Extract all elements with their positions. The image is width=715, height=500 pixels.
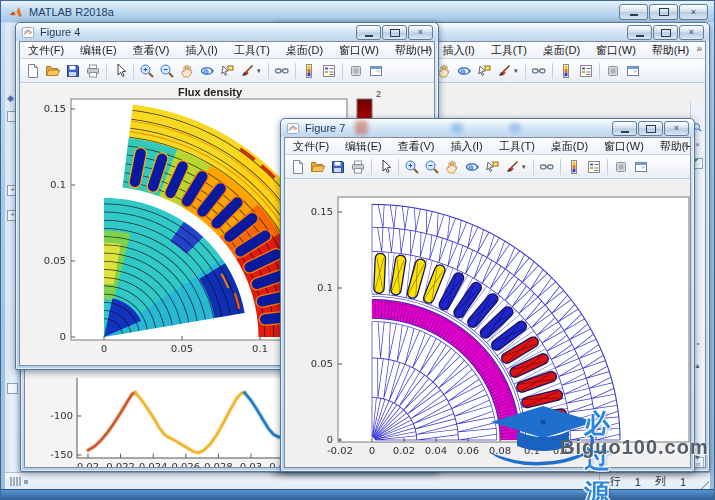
insert-legend-icon[interactable]: [576, 62, 596, 80]
cursor-icon[interactable]: [110, 62, 130, 80]
menu-item-0[interactable]: 文件(F): [20, 42, 72, 58]
menu-item-3[interactable]: 插入(I): [177, 42, 225, 58]
insert-colorbar-icon[interactable]: [299, 62, 319, 80]
menu-overflow-chevron[interactable]: »: [696, 43, 702, 54]
panel-icon[interactable]: [7, 383, 18, 394]
menu-item-4[interactable]: 工具(T): [226, 42, 278, 58]
rotate-3d-icon[interactable]: [462, 158, 482, 176]
menu-overflow-chevron[interactable]: »: [681, 139, 687, 150]
menu-item-5[interactable]: 桌面(D): [278, 42, 331, 58]
glass-smudge: [355, 120, 368, 135]
menu-item-4[interactable]: 工具(T): [483, 42, 535, 58]
dock-small-icon[interactable]: [603, 62, 623, 80]
link-plots-icon[interactable]: [272, 62, 292, 80]
insert-colorbar-icon[interactable]: [564, 158, 584, 176]
zoom-out-icon[interactable]: [422, 158, 442, 176]
toolbar-separator: [552, 63, 553, 79]
screen: MATLAB R2018a × ◆ + + 行 1 列 1: [0, 0, 715, 500]
figure7-titlebar[interactable]: Figure 7 ×: [281, 119, 694, 137]
brush-icon[interactable]: [237, 62, 257, 80]
brush-icon[interactable]: [494, 62, 514, 80]
dock-figure-icon[interactable]: [631, 158, 651, 176]
main-minimize-button[interactable]: [619, 4, 648, 20]
menu-item-0[interactable]: 文件(F): [285, 138, 337, 154]
menu-item-2[interactable]: 查看(V): [390, 138, 443, 154]
figure-window-icon: [286, 122, 300, 135]
open-icon[interactable]: [308, 158, 328, 176]
pan-icon[interactable]: [177, 62, 197, 80]
figure4-maximize-button[interactable]: [382, 25, 407, 40]
menu-item-5[interactable]: 桌面(D): [543, 138, 596, 154]
menu-item-6[interactable]: 窗口(W): [331, 42, 387, 58]
insert-colorbar-icon[interactable]: [556, 62, 576, 80]
toolbar-separator: [106, 63, 107, 79]
menu-item-6[interactable]: 窗口(W): [596, 138, 652, 154]
menu-item-3[interactable]: 插入(I): [434, 42, 482, 58]
menu-item-3[interactable]: 插入(I): [442, 138, 490, 154]
figure7-maximize-button[interactable]: [638, 121, 663, 136]
main-close-button[interactable]: ×: [679, 4, 708, 20]
link-plots-icon[interactable]: [529, 62, 549, 80]
dock-figure-icon[interactable]: [366, 62, 386, 80]
data-cursor-icon[interactable]: [217, 62, 237, 80]
bg-minimize-button[interactable]: [627, 25, 652, 40]
print-icon[interactable]: [83, 62, 103, 80]
save-icon[interactable]: [63, 62, 83, 80]
figure4-minimize-button[interactable]: [356, 25, 381, 40]
dock-figure-icon[interactable]: [623, 62, 643, 80]
data-cursor-icon[interactable]: [474, 62, 494, 80]
open-icon[interactable]: [43, 62, 63, 80]
matlab-titlebar[interactable]: MATLAB R2018a ×: [1, 1, 714, 22]
shortcut-diamond-icon[interactable]: ◆: [7, 93, 14, 103]
brush-icon[interactable]: [502, 158, 522, 176]
brush-dropdown-caret[interactable]: ▾: [514, 67, 522, 75]
bg-close-button[interactable]: ×: [679, 25, 704, 40]
menu-item-7[interactable]: 帮助(H): [644, 42, 697, 58]
toolbar-separator: [295, 63, 296, 79]
menu-item-1[interactable]: 编辑(E): [337, 138, 390, 154]
insert-legend-icon[interactable]: [319, 62, 339, 80]
toolbar-separator: [371, 159, 372, 175]
toolbar-separator: [533, 159, 534, 175]
rotate-3d-icon[interactable]: [197, 62, 217, 80]
main-maximize-button[interactable]: [649, 4, 678, 20]
new-icon[interactable]: [23, 62, 43, 80]
statusbar-position: 行 1 列 1: [599, 473, 700, 490]
matlab-logo-icon: [9, 5, 23, 19]
pan-icon[interactable]: [442, 158, 462, 176]
new-icon[interactable]: [288, 158, 308, 176]
statusbar-grip[interactable]: [10, 477, 28, 486]
print-icon[interactable]: [348, 158, 368, 176]
zoom-in-icon[interactable]: [137, 62, 157, 80]
brush-dropdown-caret[interactable]: ▾: [257, 67, 265, 75]
toolbar-separator: [525, 63, 526, 79]
menu-item-2[interactable]: 查看(V): [125, 42, 178, 58]
figure7-menubar: 文件(F)编辑(E)查看(V)插入(I)工具(T)桌面(D)窗口(W)帮助(H)…: [285, 138, 690, 155]
figure7-minimize-button[interactable]: [612, 121, 637, 136]
figure7-toolbar: ▾: [285, 155, 690, 179]
bg-maximize-button[interactable]: [653, 25, 678, 40]
figure4-title: Figure 4: [40, 26, 80, 38]
rotate-3d-icon[interactable]: [454, 62, 474, 80]
data-cursor-icon[interactable]: [482, 158, 502, 176]
link-plots-icon[interactable]: [537, 158, 557, 176]
menu-item-5[interactable]: 桌面(D): [535, 42, 588, 58]
figure4-titlebar[interactable]: Figure 4 ×: [16, 23, 438, 41]
dock-small-icon[interactable]: [611, 158, 631, 176]
insert-legend-icon[interactable]: [584, 158, 604, 176]
cursor-icon[interactable]: [375, 158, 395, 176]
brush-dropdown-caret[interactable]: ▾: [522, 163, 530, 171]
glass-smudge: [451, 123, 463, 133]
resize-grip[interactable]: [701, 481, 709, 489]
zoom-in-icon[interactable]: [402, 158, 422, 176]
menu-item-1[interactable]: 编辑(E): [72, 42, 125, 58]
menu-item-4[interactable]: 工具(T): [491, 138, 543, 154]
zoom-out-icon[interactable]: [157, 62, 177, 80]
menu-item-6[interactable]: 窗口(W): [588, 42, 644, 58]
figure4-close-button[interactable]: ×: [408, 25, 433, 40]
menu-overflow-chevron[interactable]: »: [425, 43, 431, 54]
figure7-close-button[interactable]: ×: [664, 121, 689, 136]
dock-small-icon[interactable]: [346, 62, 366, 80]
figure-window-icon: [21, 26, 35, 39]
save-icon[interactable]: [328, 158, 348, 176]
